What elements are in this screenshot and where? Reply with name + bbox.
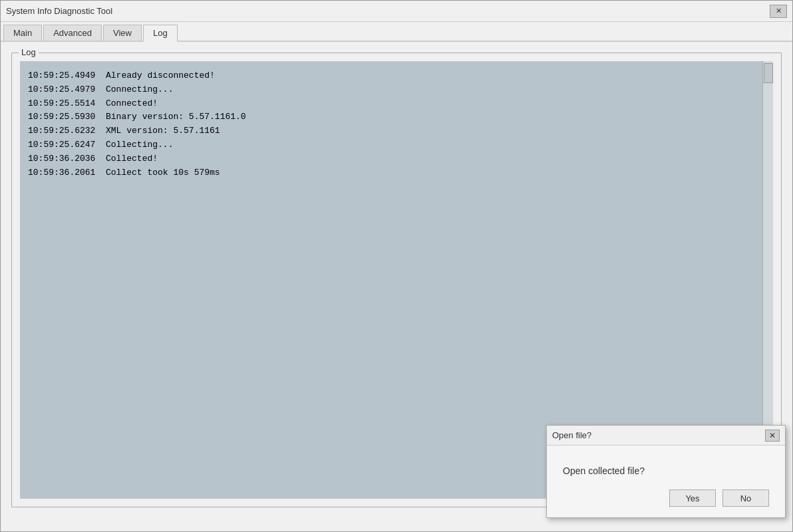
tab-main[interactable]: Main	[3, 25, 42, 41]
close-button[interactable]: ✕	[770, 5, 787, 18]
dialog-overlay: Open file? ✕ Open collected file? Yes No	[540, 372, 792, 531]
dialog-message: Open collected file?	[563, 466, 645, 476]
dialog-title: Open file?	[552, 430, 591, 440]
tab-bar: Main Advanced View Log	[1, 22, 792, 42]
tab-advanced[interactable]: Advanced	[43, 25, 102, 41]
title-buttons: ✕	[770, 5, 787, 18]
main-content: Log 10:59:25.4949 Already disconnected! …	[1, 42, 792, 531]
log-group-label: Log	[19, 47, 39, 57]
open-file-dialog: Open file? ✕ Open collected file? Yes No	[546, 425, 786, 518]
log-scrollbar-thumb[interactable]	[764, 63, 773, 83]
tab-log[interactable]: Log	[143, 25, 178, 42]
title-bar: System Info Diagnostic Tool ✕	[1, 1, 792, 22]
tab-view[interactable]: View	[103, 25, 142, 41]
dialog-body: Open collected file?	[547, 446, 785, 489]
dialog-close-button[interactable]: ✕	[765, 430, 780, 442]
log-text: 10:59:25.4949 Already disconnected! 10:5…	[28, 69, 765, 180]
dialog-title-bar: Open file? ✕	[547, 426, 785, 446]
no-button[interactable]: No	[722, 489, 769, 507]
dialog-buttons: Yes No	[547, 489, 785, 517]
main-window: System Info Diagnostic Tool ✕ Main Advan…	[0, 0, 793, 532]
yes-button[interactable]: Yes	[669, 489, 716, 507]
window-title: System Info Diagnostic Tool	[6, 6, 112, 16]
